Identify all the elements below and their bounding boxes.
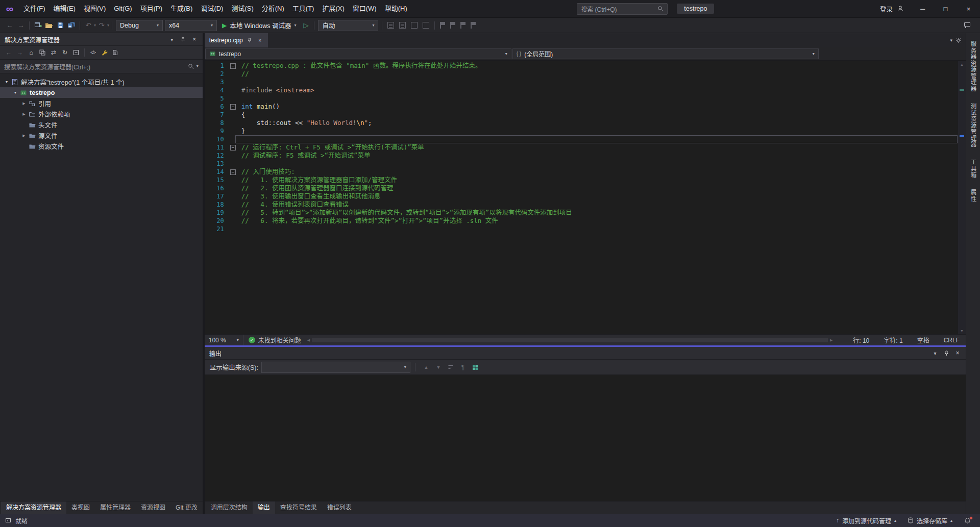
code-line[interactable]: 3 [205,78,966,86]
next-bookmark-icon[interactable] [460,22,465,29]
zoom-dropdown[interactable]: 100 %▾ [205,335,243,345]
configuration-dropdown[interactable]: Debug▾ [116,20,163,31]
back-icon[interactable]: ← [3,47,14,58]
toggle-word-wrap-icon[interactable]: ¶ [457,362,469,373]
tree-item[interactable]: ▼++testrepo [0,87,203,98]
code-editor-surface[interactable]: 1−// testrepo.cpp : 此文件包含 "main" 函数。程序执行… [205,61,966,334]
navigate-forward-icon[interactable]: → [15,20,27,31]
active-documents-dropdown-icon[interactable]: ▾ [950,38,952,43]
prev-bookmark-icon[interactable] [450,22,455,29]
cursor-char-indicator[interactable]: 字符: 1 [884,336,902,344]
tree-item[interactable]: ▼解决方案"testrepo"(1 个项目/共 1 个) [0,77,203,87]
tree-expander-icon[interactable]: ▶ [20,112,28,116]
forward-icon[interactable]: → [14,47,26,58]
platform-dropdown[interactable]: x64▾ [165,20,217,31]
goto-next-message-icon[interactable]: ▼ [432,362,445,373]
document-health-indicator[interactable]: ✓ 未找到相关问题 [249,336,301,344]
send-feedback-icon[interactable] [962,20,973,31]
code-line[interactable]: 5 [205,94,966,103]
menu-item[interactable]: 工具(T) [288,0,318,17]
member-scope-dropdown[interactable]: { } (全局范围) ▾ [512,48,819,59]
window-position-chevron-icon[interactable]: ▾ [930,348,940,358]
close-tab-icon[interactable]: × [257,37,263,44]
toggle-comment-icon[interactable] [411,22,418,29]
navigate-back-icon[interactable]: ← [4,20,15,31]
collapse-region-toggle[interactable]: − [230,169,236,175]
code-editor[interactable]: 1−// testrepo.cpp : 此文件包含 "main" 函数。程序执行… [205,62,966,233]
minimize-button[interactable]: ─ [911,0,934,17]
sign-in-button[interactable]: 登录 [880,4,893,14]
menu-item[interactable]: 窗口(W) [349,0,381,17]
switch-views-icon[interactable] [37,47,48,58]
solution-explorer-search[interactable]: 搜索解决方案资源管理器(Ctrl+;) ▾ [0,60,203,73]
quick-search-box[interactable]: 搜索 (Ctrl+Q) [577,3,668,15]
pin-tab-icon[interactable] [247,37,253,44]
tree-item[interactable]: ▶引用 [0,98,203,109]
user-profile-icon[interactable] [897,5,904,12]
code-line[interactable]: 11−// 运行程序: Ctrl + F5 或调试 >“开始执行(不调试)”菜单 [205,143,966,152]
code-line[interactable]: 7{ [205,111,966,119]
redo-dropdown-icon[interactable]: ▾ [107,23,109,28]
project-scope-dropdown[interactable]: ++ testrepo ▾ [205,48,511,59]
window-position-chevron-icon[interactable]: ▾ [167,34,177,44]
new-project-icon[interactable] [32,20,43,31]
solution-name-badge[interactable]: testrepo [677,4,714,14]
horizontal-scroll-thumb[interactable] [312,338,828,342]
notifications-bell-button[interactable] [958,514,977,527]
panel-tab[interactable]: 错误列表 [322,501,357,514]
code-line[interactable]: 4#include <iostream> [205,86,966,94]
home-icon[interactable]: ⌂ [26,47,37,58]
code-line[interactable]: 17// 3. 使用输出窗口查看生成输出和其他消息 [205,192,966,200]
collapse-region-toggle[interactable]: − [230,104,236,110]
close-icon[interactable]: × [952,348,963,358]
code-line[interactable]: 13 [205,160,966,168]
toggle-auto-scroll-icon[interactable] [469,362,481,373]
menu-item[interactable]: 帮助(H) [381,0,411,17]
scroll-up-icon[interactable]: ▲ [958,61,966,68]
save-all-icon[interactable] [66,20,77,31]
menu-item[interactable]: 测试(S) [227,0,257,17]
tree-expander-icon[interactable]: ▼ [3,80,10,84]
tree-expander-icon[interactable]: ▶ [20,134,28,138]
dock-tab[interactable]: 属性 [969,185,977,207]
collapse-region-toggle[interactable]: − [230,63,236,69]
code-line[interactable]: 18// 4. 使用错误列表窗口查看错误 [205,200,966,209]
properties-wrench-icon[interactable] [99,47,110,58]
menu-item[interactable]: Git(G) [110,0,136,17]
tree-item[interactable]: ▶源文件 [0,130,203,141]
dock-tab[interactable]: 服务器资源管理器 [969,36,977,96]
open-file-icon[interactable] [43,20,55,31]
menu-item[interactable]: 视图(V) [80,0,110,17]
line-ending-indicator[interactable]: CRLF [944,337,960,344]
toggle-bookmark-icon[interactable] [440,22,445,29]
code-line[interactable]: 14−// 入门使用技巧: [205,168,966,176]
menu-item[interactable]: 扩展(X) [318,0,348,17]
undo-icon[interactable]: ↶ [83,20,94,31]
tree-item[interactable]: ▶外部依赖项 [0,109,203,119]
indent-decrease-icon[interactable] [387,22,394,29]
tree-expander-icon[interactable]: ▶ [20,102,28,106]
show-all-files-icon[interactable] [110,47,121,58]
pin-icon[interactable] [178,34,188,44]
goto-prev-message-icon[interactable]: ▲ [420,362,432,373]
sidebar-tab[interactable]: 属性管理器 [95,501,136,514]
refresh-icon[interactable]: ↻ [59,47,70,58]
code-line[interactable]: 19// 5. 转到“项目”>“添加新项”以创建新的代码文件，或转到“项目”>“… [205,209,966,217]
panel-tab[interactable]: 查找符号结果 [275,501,322,514]
select-repository-button[interactable]: 选择存储库 ▴ [902,514,958,527]
view-code-icon[interactable]: </> [87,47,99,58]
code-line[interactable]: 15// 1. 使用解决方案资源管理器窗口添加/管理文件 [205,176,966,184]
dock-tab[interactable]: 测试资源管理器 [969,98,977,153]
collapse-region-toggle[interactable]: − [230,145,236,150]
code-line[interactable]: 21 [205,225,966,233]
editor-vertical-scrollbar[interactable]: ▲ ▼ [958,61,966,334]
output-content[interactable] [205,375,966,501]
scroll-right-icon[interactable]: ▶ [830,338,832,342]
cursor-line-indicator[interactable]: 行: 10 [853,336,869,344]
sidebar-tab[interactable]: 资源视图 [136,501,170,514]
tree-item[interactable]: 头文件 [0,119,203,130]
code-line[interactable]: 10 [205,135,966,143]
code-line[interactable]: 9} [205,127,966,135]
code-line[interactable]: 1−// testrepo.cpp : 此文件包含 "main" 函数。程序执行… [205,62,966,70]
sidebar-tab[interactable]: Git 更改 [170,501,203,514]
